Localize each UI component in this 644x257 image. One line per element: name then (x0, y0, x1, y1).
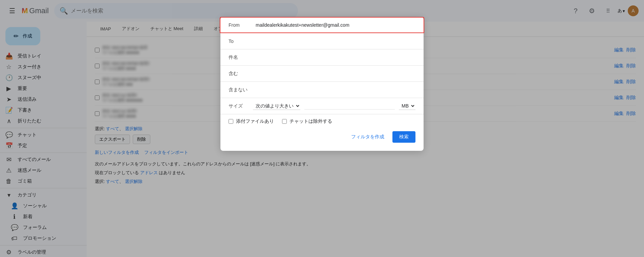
create-filter-button[interactable]: フィルタを作成 (347, 131, 388, 143)
modal-size-unit-select[interactable]: MB (399, 102, 415, 110)
modal-size-label: サイズ (229, 103, 249, 109)
modal-size-select[interactable]: 次の値より大きい (253, 102, 300, 110)
modal-to-field: To (220, 33, 424, 49)
modal-overlay[interactable]: From maildealerkikakutest+newsletter@gma… (0, 0, 644, 257)
search-button[interactable]: 検索 (392, 131, 415, 143)
modal-subject-field: 件名 (220, 49, 424, 66)
modal-exclude-label: 含まない (229, 87, 256, 93)
modal-subject-input[interactable] (256, 54, 415, 60)
modal-check-row: 添付ファイルあり チャットは除外する (220, 114, 424, 128)
attachment-checkbox[interactable] (229, 119, 233, 124)
modal-include-label: 含む (229, 71, 256, 77)
modal-from-value[interactable]: maildealerkikakutest+newsletter@gmail.co… (256, 22, 415, 28)
modal-include-field: 含む (220, 66, 424, 82)
modal-size-row: サイズ 次の値より大きい MB (220, 98, 424, 114)
modal-to-input[interactable] (256, 38, 415, 44)
no-chat-checkbox[interactable] (282, 119, 287, 124)
modal-from-label: From (229, 22, 256, 28)
modal-include-input[interactable] (256, 71, 415, 76)
search-filter-modal: From maildealerkikakutest+newsletter@gma… (220, 17, 424, 151)
modal-exclude-field: 含まない (220, 82, 424, 98)
no-chat-label: チャットは除外する (289, 118, 332, 124)
attachment-label: 添付ファイルあり (236, 118, 274, 124)
modal-footer: フィルタを作成 検索 (220, 128, 424, 143)
modal-to-label: To (229, 39, 256, 44)
modal-subject-label: 件名 (229, 54, 256, 61)
modal-from-field: From maildealerkikakutest+newsletter@gma… (220, 17, 424, 33)
attachment-check-item: 添付ファイルあり (229, 118, 274, 124)
no-chat-check-item: チャットは除外する (282, 118, 332, 124)
modal-exclude-input[interactable] (256, 87, 415, 93)
